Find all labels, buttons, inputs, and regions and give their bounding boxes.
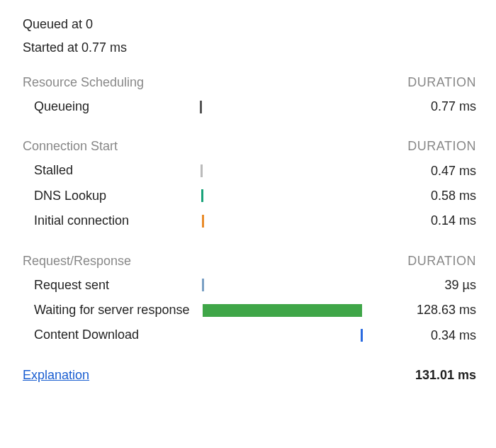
row-label: Waiting for server response [23,302,200,318]
row-value: 0.14 ms [363,213,476,228]
bar-dns [201,189,203,202]
row-bar [200,163,363,179]
section-title: Connection Start [23,139,118,154]
row-queueing: Queueing 0.77 ms [23,94,476,119]
row-label: DNS Lookup [23,188,200,204]
row-label: Queueing [23,99,200,115]
row-value: 0.77 ms [363,99,476,114]
section-request-response: Request/Response DURATION Request sent 3… [23,254,476,348]
row-dns-lookup: DNS Lookup 0.58 ms [23,184,476,208]
timing-footer: Explanation 131.01 ms [23,368,476,383]
row-bar [200,303,363,318]
timing-panel: Queued at 0 Started at 0.77 ms Resource … [0,0,496,400]
queued-at-line: Queued at 0 [23,17,476,32]
total-duration: 131.01 ms [415,368,476,383]
row-bar [200,188,363,203]
row-label: Initial connection [23,213,200,229]
row-content-download: Content Download 0.34 ms [23,323,476,347]
row-label: Content Download [23,327,200,343]
row-label: Stalled [23,162,200,179]
duration-header: DURATION [407,75,476,90]
row-bar [200,327,363,343]
row-value: 0.34 ms [363,328,476,343]
section-connection-start: Connection Start DURATION Stalled 0.47 m… [23,139,476,233]
section-resource-scheduling: Resource Scheduling DURATION Queueing 0.… [23,75,476,119]
bar-waiting [203,304,363,317]
duration-header: DURATION [407,254,476,269]
row-request-sent: Request sent 39 µs [23,273,476,298]
section-header: Resource Scheduling DURATION [23,75,476,90]
bar-queueing [200,101,202,113]
row-value: 0.58 ms [363,189,476,203]
row-label: Request sent [23,277,200,293]
row-waiting: Waiting for server response 128.63 ms [23,298,476,323]
row-initial-connection: Initial connection 0.14 ms [23,208,476,233]
duration-header: DURATION [407,139,476,154]
row-bar [200,277,363,293]
bar-initial-connection [202,215,204,228]
row-bar [200,213,363,229]
section-header: Connection Start DURATION [23,139,476,154]
row-value: 128.63 ms [363,303,476,318]
section-title: Resource Scheduling [23,75,144,90]
section-header: Request/Response DURATION [23,254,476,269]
row-value: 0.47 ms [363,164,476,179]
bar-content-download [361,329,363,342]
row-value: 39 µs [363,278,476,293]
bar-stalled [201,164,203,177]
row-bar [200,99,363,115]
bar-request-sent [202,279,204,291]
explanation-link[interactable]: Explanation [23,368,89,383]
row-stalled: Stalled 0.47 ms [23,158,476,183]
started-at-line: Started at 0.77 ms [23,40,476,55]
section-title: Request/Response [23,254,131,269]
